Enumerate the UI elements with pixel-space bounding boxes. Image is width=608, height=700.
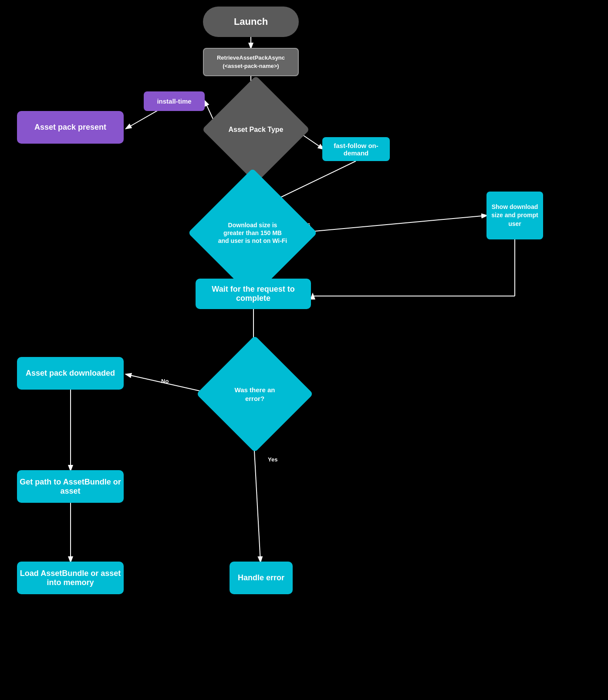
fast-follow-label: fast-follow on-demand <box>322 142 390 157</box>
connectors: Yes No No Yes <box>0 0 608 700</box>
load-asset-node: Load AssetBundle or asset into memory <box>17 562 124 594</box>
load-asset-label: Load AssetBundle or asset into memory <box>17 569 124 587</box>
wait-label: Wait for the request to complete <box>196 285 311 303</box>
download-size-diamond: Download size is greater than 150 MB and… <box>207 187 298 279</box>
get-path-label: Get path to AssetBundle or asset <box>17 478 124 496</box>
launch-label: Launch <box>234 16 268 27</box>
handle-error-node: Handle error <box>230 562 293 594</box>
wait-node: Wait for the request to complete <box>196 279 311 309</box>
handle-error-label: Handle error <box>238 573 284 582</box>
asset-downloaded-label: Asset pack downloaded <box>26 369 115 378</box>
install-time-label: install-time <box>157 98 191 105</box>
svg-line-6 <box>296 215 486 233</box>
launch-node: Launch <box>203 7 299 37</box>
asset-downloaded-node: Asset pack downloaded <box>17 357 124 390</box>
get-path-node: Get path to AssetBundle or asset <box>17 470 124 503</box>
asset-pack-type-diamond: Asset Pack Type <box>218 91 294 168</box>
asset-pack-present-label: Asset pack present <box>34 123 106 132</box>
flowchart: Yes No No Yes Launch RetrieveAssetPackAs… <box>0 0 608 700</box>
show-download-label: Show download size and prompt user <box>486 203 543 229</box>
asset-pack-present-node: Asset pack present <box>17 111 124 144</box>
yes-label2: Yes <box>268 456 277 463</box>
error-diamond: Was there an error? <box>213 353 296 435</box>
retrieve-label: RetrieveAssetPackAsync(<asset-pack-name>… <box>217 54 285 70</box>
no-label2: No <box>161 378 169 384</box>
fast-follow-node: fast-follow on-demand <box>322 137 390 161</box>
svg-line-16 <box>253 435 260 562</box>
show-download-node: Show download size and prompt user <box>486 192 543 239</box>
install-time-node: install-time <box>144 91 205 111</box>
retrieve-node: RetrieveAssetPackAsync(<asset-pack-name>… <box>203 48 299 76</box>
